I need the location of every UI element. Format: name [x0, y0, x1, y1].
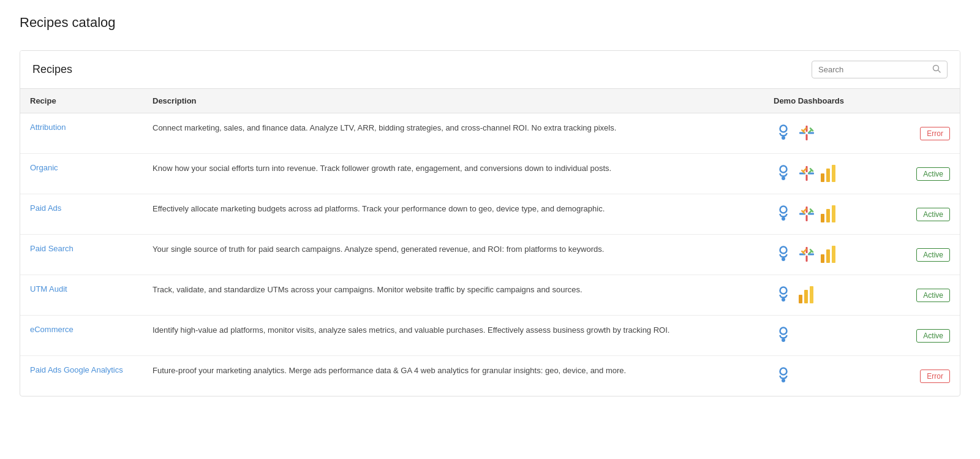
recipes-table: Recipe Description Demo Dashboards Attri… [20, 89, 960, 396]
svg-rect-37 [832, 205, 835, 222]
status-badge: Error [920, 370, 950, 383]
demo-icons [774, 243, 876, 266]
recipe-name-link[interactable]: Paid Ads Google Analytics [30, 365, 123, 374]
svg-rect-36 [826, 209, 830, 222]
svg-point-51 [780, 287, 787, 294]
col-header-demo: Demo Dashboards [764, 89, 886, 113]
svg-line-1 [938, 70, 941, 73]
powerbi-icon[interactable] [820, 204, 836, 226]
looker-icon[interactable] [774, 245, 793, 266]
looker-icon[interactable] [774, 325, 793, 347]
table-row: Paid AdsEffectively allocate marketing b… [20, 194, 960, 235]
recipe-description: Identify high-value ad platforms, monito… [153, 325, 669, 335]
status-cell: Active [886, 275, 960, 316]
status-cell: Error [886, 356, 960, 396]
looker-icon[interactable] [774, 285, 793, 306]
page-container: Recipes catalog Recipes Recipe Des [0, 0, 980, 411]
looker-icon[interactable] [774, 164, 793, 185]
status-badge: Active [916, 167, 950, 181]
svg-point-26 [782, 217, 785, 221]
powerbi-icon[interactable] [820, 245, 836, 266]
demo-icons [774, 365, 876, 387]
status-badge: Error [920, 127, 950, 140]
status-cell: Active [886, 235, 960, 275]
svg-rect-5 [806, 134, 808, 140]
tableau-icon[interactable] [798, 246, 815, 265]
svg-rect-55 [810, 286, 813, 303]
col-header-status [886, 89, 960, 113]
search-container [812, 61, 948, 78]
recipes-section: Recipes Recipe Description Demo Dashb [20, 50, 960, 396]
status-badge: Active [916, 248, 950, 262]
svg-point-3 [782, 136, 785, 140]
page-title: Recipes catalog [20, 15, 960, 31]
recipe-name-link[interactable]: Paid Ads [30, 203, 61, 213]
svg-point-52 [782, 298, 785, 302]
svg-point-2 [780, 126, 787, 132]
table-row: Paid Ads Google AnalyticsFuture-proof yo… [20, 356, 960, 396]
svg-rect-22 [821, 173, 824, 182]
status-cell: Active [886, 194, 960, 235]
svg-point-25 [780, 207, 787, 213]
demo-icons [774, 284, 876, 306]
svg-point-38 [780, 247, 787, 254]
status-cell: Active [886, 154, 960, 194]
recipe-name-link[interactable]: UTM Audit [30, 284, 67, 294]
table-row: OrganicKnow how your social efforts turn… [20, 154, 960, 194]
tableau-icon[interactable] [798, 205, 815, 224]
search-input[interactable] [818, 65, 929, 74]
powerbi-icon[interactable] [820, 164, 836, 185]
table-row: UTM AuditTrack, validate, and standardiz… [20, 275, 960, 316]
table-wrapper: Recipe Description Demo Dashboards Attri… [20, 89, 960, 396]
svg-rect-23 [826, 169, 830, 182]
svg-rect-28 [806, 215, 808, 221]
svg-point-58 [780, 368, 787, 375]
svg-point-39 [782, 257, 785, 261]
recipe-description: Know how your social efforts turn into r… [153, 164, 611, 173]
svg-rect-53 [799, 295, 802, 303]
recipe-description: Your single source of truth for paid sea… [153, 245, 604, 254]
svg-point-57 [782, 338, 785, 342]
status-badge: Active [916, 289, 950, 302]
svg-rect-24 [832, 165, 835, 182]
svg-rect-15 [806, 175, 808, 181]
demo-icons [774, 122, 876, 145]
svg-rect-35 [821, 214, 824, 222]
looker-icon[interactable] [774, 204, 793, 226]
col-header-description: Description [143, 89, 764, 113]
powerbi-icon[interactable] [798, 285, 814, 306]
svg-rect-50 [832, 246, 835, 263]
recipe-name-link[interactable]: Organic [30, 163, 58, 172]
svg-point-12 [780, 166, 787, 173]
demo-icons [774, 162, 876, 185]
recipe-name-link[interactable]: Attribution [30, 123, 66, 132]
looker-icon[interactable] [774, 366, 793, 387]
recipes-section-title: Recipes [32, 63, 72, 76]
recipe-description: Connect marketing, sales, and finance da… [153, 123, 616, 132]
search-icon [932, 64, 941, 75]
svg-point-59 [782, 379, 785, 382]
table-row: AttributionConnect marketing, sales, and… [20, 113, 960, 154]
table-body: AttributionConnect marketing, sales, and… [20, 113, 960, 396]
col-header-recipe: Recipe [20, 89, 143, 113]
svg-rect-41 [806, 256, 808, 262]
tableau-icon[interactable] [798, 124, 815, 143]
svg-rect-54 [804, 290, 808, 303]
looker-icon[interactable] [774, 123, 793, 145]
demo-icons [774, 324, 876, 347]
tableau-icon[interactable] [798, 165, 815, 184]
recipes-header: Recipes [20, 51, 960, 89]
svg-rect-49 [826, 249, 830, 263]
recipe-description: Track, validate, and standardize UTMs ac… [153, 285, 582, 294]
recipe-description: Effectively allocate marketing budgets a… [153, 204, 605, 213]
status-badge: Active [916, 329, 950, 343]
table-row: eCommerceIdentify high-value ad platform… [20, 316, 960, 356]
status-cell: Active [886, 316, 960, 356]
demo-icons [774, 203, 876, 226]
recipe-name-link[interactable]: Paid Search [30, 244, 74, 253]
status-badge: Active [916, 208, 950, 221]
recipe-name-link[interactable]: eCommerce [30, 325, 74, 334]
svg-point-13 [782, 176, 785, 180]
svg-point-56 [780, 328, 787, 335]
recipe-description: Future-proof your marketing analytics. M… [153, 366, 626, 375]
